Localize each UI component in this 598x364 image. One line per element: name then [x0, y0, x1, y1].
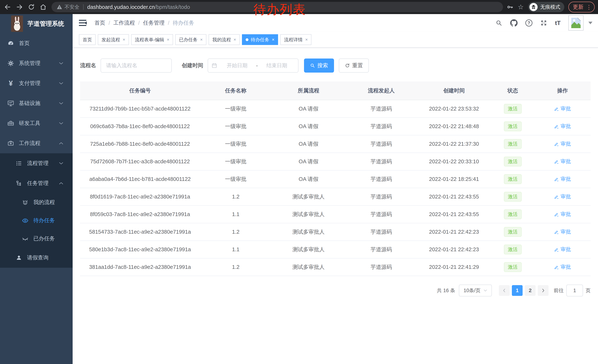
goto-page-input[interactable] — [566, 284, 583, 296]
sidebar-item-task-management[interactable]: 任务管理 — [0, 173, 73, 193]
briefcase-icon — [7, 140, 15, 147]
approve-link[interactable]: 审批 — [554, 193, 571, 200]
date-range-picker[interactable]: 开始日期 - 结束日期 — [208, 58, 299, 73]
chevron-down-icon — [59, 122, 63, 125]
sidebar-item-process-management[interactable]: 流程管理 — [0, 153, 73, 173]
process-name-input[interactable] — [100, 58, 172, 73]
breadcrumb-home[interactable]: 首页 — [94, 19, 105, 27]
url-text[interactable]: dashboard.yudao.iocoder.cn/bpm/task/todo — [87, 4, 190, 10]
table-header-row: 任务编号 任务名称 所属流程 流程发起人 创建时间 状态 操作 — [80, 81, 590, 100]
approve-link[interactable]: 审批 — [554, 140, 571, 147]
next-page-button[interactable] — [538, 285, 548, 296]
page-button-1[interactable]: 1 — [512, 285, 523, 296]
approve-link[interactable]: 审批 — [554, 246, 571, 253]
tab-todo-tasks[interactable]: 待办任务 × — [242, 34, 278, 45]
col-action: 操作 — [534, 81, 590, 100]
not-secure-icon[interactable] — [57, 4, 62, 10]
status-badge: 激活 — [504, 209, 522, 219]
search-button[interactable]: 搜索 — [304, 58, 334, 73]
page-size-select[interactable]: 10条/页 — [459, 284, 492, 296]
reset-button[interactable]: 重置 — [339, 58, 369, 73]
breadcrumb-task-management[interactable]: 任务管理 — [143, 19, 165, 27]
password-key-icon[interactable] — [507, 4, 513, 10]
approve-link[interactable]: 审批 — [554, 158, 571, 165]
approve-link[interactable]: 审批 — [554, 123, 571, 130]
close-icon[interactable]: × — [272, 37, 274, 42]
calendar-icon — [211, 63, 217, 68]
sidebar-item-system[interactable]: 系统管理 — [0, 53, 73, 73]
tab-process-detail[interactable]: 流程详情 × — [280, 34, 311, 45]
cell-initiator: 芋道源码 — [346, 153, 417, 170]
close-icon[interactable]: × — [305, 37, 308, 42]
bookmark-star-icon[interactable]: ☆ — [518, 4, 524, 10]
cell-task-name: 一级审批 — [200, 135, 272, 153]
chevron-down-icon — [59, 162, 63, 165]
url-divider — [83, 4, 83, 10]
help-icon[interactable]: ? — [525, 19, 532, 26]
avatar-caret-icon[interactable] — [588, 22, 592, 24]
close-icon[interactable]: × — [200, 37, 203, 42]
approve-link[interactable]: 审批 — [554, 105, 571, 112]
github-icon[interactable] — [510, 19, 518, 27]
cell-created: 2022-01-21 22:42:23 — [417, 241, 491, 258]
cell-process: 测试多审批人 — [271, 205, 346, 223]
page-button-2[interactable]: 2 — [525, 285, 536, 296]
sidebar-item-dev-tools[interactable]: 研发工具 — [0, 113, 73, 133]
search-icon[interactable] — [495, 19, 502, 26]
sidebar-item-todo-tasks[interactable]: 待办任务 — [0, 211, 73, 230]
prev-page-button[interactable] — [499, 285, 510, 296]
col-task-id: 任务编号 — [80, 81, 200, 100]
breadcrumb-workflow[interactable]: 工作流程 — [113, 19, 135, 27]
close-icon[interactable]: × — [167, 37, 169, 42]
approve-link[interactable]: 审批 — [554, 228, 571, 235]
cell-process: 测试多审批人 — [271, 223, 346, 241]
chrome-update-button[interactable]: 更新 ⋮ — [568, 2, 595, 12]
font-size-icon[interactable]: tT — [555, 20, 561, 26]
tab-start-process[interactable]: 发起流程 × — [98, 34, 129, 45]
back-icon[interactable] — [3, 3, 12, 11]
sidebar-item-my-process[interactable]: 我的流程 — [0, 193, 73, 211]
cell-task-id: 8f059c03-7ac8-11ec-a9e2-a2380e71991a — [80, 205, 200, 223]
cell-created: 2022-01-22 23:53:32 — [417, 100, 491, 118]
start-date-placeholder[interactable]: 开始日期 — [219, 62, 255, 69]
tab-my-process[interactable]: 我的流程 × — [208, 34, 240, 45]
sidebar-collapse-icon[interactable] — [79, 20, 86, 26]
fullscreen-icon[interactable] — [540, 19, 547, 26]
app-logo-row[interactable]: 芋道管理系统 — [0, 14, 73, 33]
tab-process-form-edit[interactable]: 流程表单-编辑 × — [131, 34, 173, 45]
incognito-badge: 无痕模式 — [528, 2, 564, 12]
col-initiator: 流程发起人 — [346, 81, 417, 100]
sidebar-item-infrastructure[interactable]: 基础设施 — [0, 93, 73, 113]
todo-list-annotation: 待办列表 — [253, 2, 306, 17]
approve-link[interactable]: 审批 — [554, 211, 571, 218]
sidebar: 芋道管理系统 首页 系统管 — [0, 14, 73, 364]
cell-task-id: a6aba0a4-7b6d-11ec-b781-acde48001122 — [80, 170, 200, 188]
close-icon[interactable]: × — [233, 37, 236, 42]
approve-link[interactable]: 审批 — [554, 263, 571, 270]
status-badge: 激活 — [504, 192, 522, 202]
sidebar-item-home[interactable]: 首页 — [0, 33, 73, 53]
range-separator: - — [255, 63, 259, 68]
sidebar-item-done-tasks[interactable]: 已办任务 — [0, 230, 73, 248]
browser-menu-icon[interactable]: ⋮ — [586, 4, 592, 10]
person-icon — [15, 254, 23, 261]
tab-home[interactable]: 首页 — [79, 34, 96, 45]
cell-initiator: 芋道源码 — [346, 135, 417, 153]
sidebar-item-payment[interactable]: ¥ 支付管理 — [0, 73, 73, 93]
tab-done-tasks[interactable]: 已办任务 × — [175, 34, 206, 45]
reload-icon[interactable] — [27, 3, 36, 11]
avatar[interactable] — [568, 15, 583, 31]
forward-icon[interactable] — [15, 3, 24, 11]
cell-task-name: 1.1 — [200, 241, 272, 258]
sidebar-item-workflow[interactable]: 工作流程 — [0, 133, 73, 153]
home-icon[interactable] — [39, 3, 47, 11]
sidebar-item-leave-query[interactable]: 请假查询 — [0, 248, 73, 268]
cell-task-name: 1.2 — [200, 258, 272, 276]
cell-created: 2022-01-22 21:48:48 — [417, 118, 491, 135]
end-date-placeholder[interactable]: 结束日期 — [259, 62, 295, 69]
close-icon[interactable]: × — [123, 37, 125, 42]
pagination: 共 16 条 10条/页 1 2 前往 页 — [80, 284, 590, 307]
approve-link[interactable]: 审批 — [554, 176, 571, 183]
cell-task-name: 1.1 — [200, 205, 272, 223]
security-label[interactable]: 不安全 — [65, 4, 79, 10]
